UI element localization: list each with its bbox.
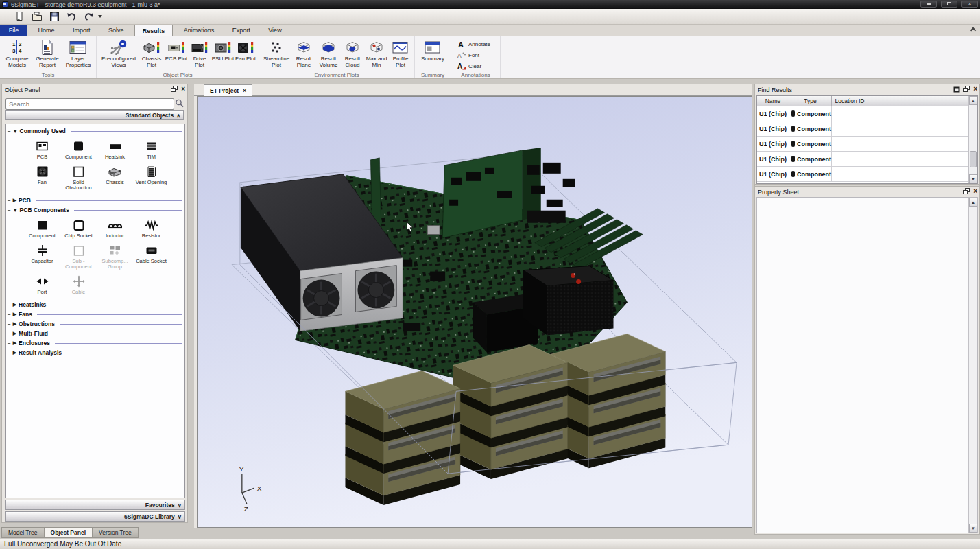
- section-multi-fluid[interactable]: − ▶ Multi-Fluid: [6, 329, 184, 338]
- toolbar-more-dropdown[interactable]: [98, 15, 102, 18]
- object-item-solid-obstruction[interactable]: Solid Obstruction: [60, 163, 97, 191]
- tab-home[interactable]: Home: [30, 25, 62, 36]
- redo-button[interactable]: [82, 10, 95, 23]
- object-item-chip-socket[interactable]: Chip Socket: [60, 217, 97, 239]
- column-header-location-id[interactable]: Location ID: [832, 96, 868, 106]
- property-sheet-scrollbar[interactable]: ▲ ▼: [968, 198, 977, 533]
- search-icon[interactable]: [175, 98, 184, 110]
- tab-import[interactable]: Import: [65, 25, 98, 36]
- section-enclosures[interactable]: − ▶ Enclosures: [6, 338, 184, 348]
- 3d-scene[interactable]: Y X Z: [198, 97, 752, 527]
- object-item-inductor[interactable]: Inductor: [97, 217, 133, 239]
- close-panel-icon[interactable]: ×: [973, 188, 977, 195]
- annotate-button[interactable]: A Annotate: [453, 39, 498, 49]
- object-item-fan[interactable]: Fan: [24, 163, 60, 191]
- tab-results[interactable]: Results: [134, 25, 174, 36]
- undo-button[interactable]: [65, 10, 77, 23]
- tab-version-tree[interactable]: Version Tree: [93, 527, 139, 538]
- 3d-viewport[interactable]: Y X Z: [197, 96, 752, 528]
- tab-animations[interactable]: Animations: [176, 25, 222, 36]
- float-window-icon[interactable]: [171, 86, 178, 93]
- close-panel-icon[interactable]: ×: [181, 86, 185, 93]
- object-item-chassis[interactable]: Chassis: [97, 163, 133, 191]
- object-item-component[interactable]: Component: [24, 217, 60, 239]
- font-button[interactable]: A Font: [453, 50, 498, 60]
- object-item-heatsink[interactable]: Heatsink: [97, 138, 133, 160]
- pcb-plot-button[interactable]: PCB Plot: [165, 38, 188, 71]
- object-item-vent-opening[interactable]: Vent Opening: [133, 163, 169, 191]
- table-row[interactable]: U1 (Chip) Component: [757, 121, 977, 137]
- tab-file[interactable]: File: [0, 25, 27, 36]
- object-item-tim[interactable]: TIM: [133, 138, 169, 160]
- tab-export[interactable]: Export: [225, 25, 258, 36]
- section-commonly-used[interactable]: − ▼ Commonly Used: [6, 126, 184, 136]
- table-row[interactable]: U1 (Chip) Component: [757, 106, 977, 121]
- scroll-down-arrow[interactable]: ▼: [969, 524, 977, 533]
- drive-plot-button[interactable]: Drive Plot: [188, 38, 211, 71]
- section-pcb-components[interactable]: − ▼ PCB Components: [6, 205, 184, 215]
- close-panel-icon[interactable]: ×: [973, 86, 977, 93]
- table-row[interactable]: U1 (Chip) Component: [757, 137, 977, 152]
- standard-objects-header[interactable]: Standard Objects ∧: [5, 110, 184, 120]
- save-button[interactable]: [48, 10, 60, 23]
- tab-et-project[interactable]: ET Project ×: [204, 84, 252, 96]
- object-item-port[interactable]: Port: [24, 273, 60, 295]
- minimize-button[interactable]: [920, 1, 937, 8]
- streamline-plot-button[interactable]: Streamline Plot: [261, 38, 291, 71]
- fan-plot-button[interactable]: Fan Plot: [235, 38, 256, 71]
- section-fans[interactable]: − ▶ Fans: [6, 309, 184, 319]
- result-plane-button[interactable]: Result Plane: [291, 38, 316, 71]
- ribbon-collapse-button[interactable]: [971, 28, 976, 33]
- object-item-capacitor[interactable]: Capacitor: [24, 242, 60, 270]
- object-item-resistor[interactable]: Resistor: [133, 217, 169, 239]
- close-tab-icon[interactable]: ×: [243, 87, 246, 94]
- float-window-icon[interactable]: [963, 86, 970, 93]
- result-cloud-button[interactable]: Result Cloud: [341, 38, 364, 71]
- layer-properties-button[interactable]: Layer Properties: [62, 38, 94, 71]
- close-button[interactable]: ×: [961, 1, 978, 8]
- compare-models-button[interactable]: 1234 Compare Models: [2, 38, 32, 71]
- drive-stack-2[interactable]: [453, 344, 568, 479]
- generate-report-button[interactable]: Generate Report: [32, 38, 62, 71]
- column-header-name[interactable]: Name: [757, 96, 789, 106]
- object-item-component[interactable]: Component: [60, 138, 97, 160]
- favourites-bar[interactable]: Favourites ∨: [5, 500, 185, 510]
- heatsink-model[interactable]: [523, 266, 614, 336]
- table-row[interactable]: U1 (Chip) Component: [757, 152, 977, 167]
- max-and-min-button[interactable]: Max and Min: [364, 38, 389, 71]
- tab-object-panel[interactable]: Object Panel: [45, 527, 93, 538]
- table-row[interactable]: U1 (Chip) Component: [757, 167, 977, 182]
- dock-grid-icon[interactable]: [953, 86, 960, 93]
- drive-stack-1[interactable]: [345, 371, 460, 505]
- capacitor-icon: [24, 242, 60, 259]
- column-header-type[interactable]: Type: [789, 96, 832, 106]
- maximize-button[interactable]: [941, 1, 957, 8]
- triangle-right-icon: ▶: [13, 198, 16, 203]
- section-pcb[interactable]: − ▶ PCB: [6, 196, 184, 205]
- profile-plot-button[interactable]: Profile Plot: [389, 38, 412, 71]
- scroll-up-arrow[interactable]: ▲: [969, 96, 977, 105]
- scroll-thumb[interactable]: [970, 151, 977, 167]
- find-results-scrollbar[interactable]: ▲ ▼: [968, 96, 977, 183]
- new-model-button[interactable]: [14, 10, 26, 23]
- tab-model-tree[interactable]: Model Tree: [1, 527, 45, 538]
- summary-button[interactable]: Summary: [417, 38, 449, 71]
- section-result-analysis[interactable]: − ▶ Result Analysis: [6, 348, 184, 358]
- section-obstructions[interactable]: − ▶ Obstructions: [6, 319, 184, 329]
- open-model-button[interactable]: [31, 10, 43, 23]
- tab-solve[interactable]: Solve: [101, 25, 132, 36]
- clear-annotations-button[interactable]: A Clear: [453, 61, 498, 71]
- scroll-down-arrow[interactable]: ▼: [969, 174, 977, 183]
- preconfigured-views-button[interactable]: Preconfigured Views: [99, 38, 139, 71]
- object-item-cable-socket[interactable]: Cable Socket: [133, 242, 169, 270]
- search-input[interactable]: [5, 98, 174, 110]
- scroll-up-arrow[interactable]: ▲: [969, 198, 977, 207]
- chassis-plot-button[interactable]: Chassis Plot: [139, 38, 165, 71]
- object-item-pcb[interactable]: PCB: [24, 138, 60, 160]
- tab-view[interactable]: View: [261, 25, 289, 36]
- psu-plot-button[interactable]: PSU Plot: [211, 38, 235, 71]
- section-heatsinks[interactable]: − ▶ Heatsinks: [6, 300, 184, 309]
- library-bar[interactable]: 6SigmaDC Library ∨: [5, 511, 185, 522]
- result-volume-button[interactable]: Result Volume: [316, 38, 341, 71]
- float-window-icon[interactable]: [963, 188, 970, 195]
